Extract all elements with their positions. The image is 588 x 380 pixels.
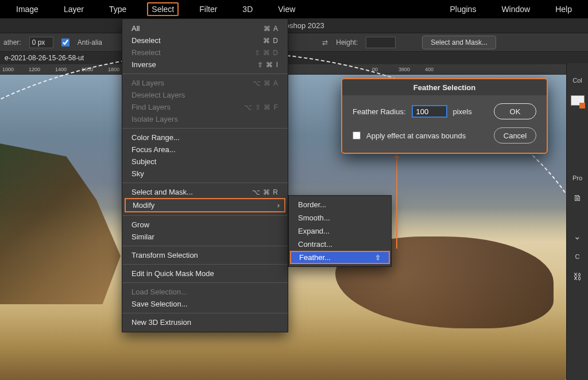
- annotation-arrow: [396, 158, 397, 249]
- cancel-button[interactable]: Cancel: [494, 127, 536, 144]
- menu-item-shortcut: ⌥ ⌘ A: [253, 79, 278, 87]
- color-panel-label[interactable]: Col: [572, 77, 582, 84]
- menu-item-label: Save Selection...: [131, 300, 188, 308]
- menu-item-reselect: Reselect⇧ ⌘ D: [122, 46, 288, 59]
- properties-panel-label[interactable]: Pro: [572, 175, 582, 181]
- menu-item-shortcut: ⇧ ⌘ D: [254, 49, 278, 57]
- menu-item-inverse[interactable]: Inverse⇧ ⌘ I: [122, 59, 288, 71]
- menu-item-save-selection[interactable]: Save Selection...: [122, 298, 288, 310]
- menu-item-shortcut: ⌥ ⇧ ⌘ F: [244, 103, 278, 111]
- menu-item-color-range[interactable]: Color Range...: [122, 131, 288, 144]
- menu-item-label: Deselect Layers: [131, 91, 185, 99]
- submenu-item-smooth[interactable]: Smooth...: [289, 211, 391, 224]
- menu-3d[interactable]: 3D: [238, 2, 257, 16]
- feather-radius-unit: pixels: [453, 107, 472, 116]
- height-label: Height:: [336, 38, 358, 46]
- antialias-label: Anti-alia: [78, 38, 102, 46]
- menu-item-select-and-mask[interactable]: Select and Mask...⌥ ⌘ R: [122, 186, 288, 198]
- height-input[interactable]: [366, 37, 396, 48]
- link-icon[interactable]: ⛓: [573, 272, 582, 281]
- document-name: e-2021-08-26-15-26-58-ut: [5, 54, 84, 62]
- menu-item-label: Inverse: [131, 60, 156, 69]
- menu-item-label: Subject: [131, 157, 156, 166]
- select-and-mask-button[interactable]: Select and Mask...: [422, 36, 496, 49]
- right-panel-strip: Col Pro 🗎 ⌄ C ⛓: [566, 63, 588, 380]
- submenu-item-label: Smooth...: [298, 214, 330, 222]
- feather-selection-dialog: Feather Selection Feather Radius: pixels…: [341, 78, 548, 154]
- menu-item-subject[interactable]: Subject: [122, 156, 288, 168]
- submenu-item-feather[interactable]: Feather...⇧: [290, 251, 390, 264]
- menu-item-label: Edit in Quick Mask Mode: [131, 269, 214, 278]
- menu-item-similar[interactable]: Similar: [122, 231, 288, 243]
- document-icon[interactable]: 🗎: [573, 193, 582, 203]
- menu-separator: [122, 73, 288, 74]
- menu-item-label: Reselect: [131, 48, 161, 57]
- options-bar: ather: Anti-alia ⇄ Height: Select and Ma…: [0, 33, 588, 52]
- submenu-item-label: Contract...: [298, 240, 332, 249]
- menu-item-shortcut: ⇧ ⌘ I: [257, 61, 278, 69]
- menu-separator: [122, 246, 288, 246]
- menu-separator: [122, 282, 288, 283]
- menu-item-label: Modify: [133, 201, 154, 210]
- channels-panel-label[interactable]: C: [575, 253, 580, 260]
- submenu-item-label: Expand...: [298, 227, 330, 235]
- menu-item-load-selection: Load Selection...: [122, 286, 288, 298]
- menu-view[interactable]: View: [273, 2, 300, 16]
- menu-window[interactable]: Window: [497, 2, 535, 16]
- menu-item-shortcut: ⌘ D: [263, 37, 278, 45]
- modify-submenu: Border...Smooth...Expand...Contract...Fe…: [288, 195, 392, 267]
- menu-item-find-layers: Find Layers⌥ ⇧ ⌘ F: [122, 101, 288, 113]
- menu-item-new-3d-extrusion[interactable]: New 3D Extrusion: [122, 316, 288, 328]
- menu-item-isolate-layers: Isolate Layers: [122, 113, 288, 125]
- antialias-checkbox[interactable]: [61, 38, 69, 46]
- feather-input[interactable]: [29, 37, 53, 48]
- menu-plugins[interactable]: Plugins: [445, 2, 481, 16]
- menu-separator: [122, 215, 288, 216]
- menu-item-transform-selection[interactable]: Transform Selection: [122, 249, 288, 261]
- horizontal-ruler: 10001200 14001600 1800 003800 400: [0, 64, 588, 75]
- submenu-item-border[interactable]: Border...: [289, 198, 391, 211]
- menu-item-all-layers: All Layers⌥ ⌘ A: [122, 77, 288, 89]
- menu-item-label: Find Layers: [131, 103, 171, 111]
- submenu-item-contract[interactable]: Contract...: [289, 238, 391, 251]
- menu-separator: [122, 128, 288, 129]
- submenu-item-shortcut: ⇧: [375, 254, 381, 262]
- menu-item-deselect[interactable]: Deselect⌘ D: [122, 34, 288, 46]
- menu-item-label: Similar: [131, 232, 154, 241]
- dialog-title: Feather Selection: [342, 79, 547, 95]
- feather-label: ather:: [3, 38, 21, 46]
- menu-filter[interactable]: Filter: [195, 2, 222, 16]
- swap-dimensions-icon[interactable]: ⇄: [322, 38, 328, 46]
- menu-item-shortcut: ⌘ A: [264, 25, 278, 33]
- menu-item-grow[interactable]: Grow: [122, 219, 288, 231]
- feather-radius-input[interactable]: [412, 105, 447, 118]
- menu-help[interactable]: Help: [551, 2, 577, 16]
- menu-item-label: New 3D Extrusion: [131, 318, 191, 327]
- menu-image[interactable]: Image: [11, 2, 43, 16]
- chevron-down-icon[interactable]: ⌄: [574, 231, 581, 242]
- submenu-item-expand[interactable]: Expand...: [289, 224, 391, 238]
- document-tab[interactable]: e-2021-08-26-15-26-58-ut: [0, 52, 588, 64]
- menu-item-sky[interactable]: Sky: [122, 168, 288, 180]
- menu-item-label: Focus Area...: [131, 145, 176, 154]
- menu-item-shortcut: ⌥ ⌘ R: [252, 188, 278, 196]
- menu-item-label: Select and Mask...: [131, 188, 193, 196]
- ok-button[interactable]: OK: [494, 103, 536, 119]
- apply-at-bounds-checkbox[interactable]: [353, 131, 361, 139]
- menu-item-edit-in-quick-mask-mode[interactable]: Edit in Quick Mask Mode: [122, 267, 288, 280]
- app-titlebar: e Photoshop 2023: [0, 18, 588, 33]
- menu-item-all[interactable]: All⌘ A: [122, 22, 288, 34]
- menu-select[interactable]: Select: [147, 2, 179, 16]
- menu-item-label: Grow: [131, 220, 149, 229]
- menubar: Image Layer Type Select Filter 3D View P…: [0, 0, 588, 18]
- menu-item-label: Sky: [131, 169, 144, 178]
- menu-item-focus-area[interactable]: Focus Area...: [122, 144, 288, 156]
- menu-item-label: Load Selection...: [131, 288, 187, 296]
- menu-item-label: Color Range...: [131, 133, 180, 142]
- menu-layer[interactable]: Layer: [59, 2, 88, 16]
- menu-type[interactable]: Type: [105, 2, 131, 16]
- apply-at-bounds-label: Apply effect at canvas bounds: [366, 131, 466, 140]
- menu-item-label: Isolate Layers: [131, 115, 178, 123]
- menu-item-modify[interactable]: Modify: [125, 198, 285, 212]
- color-swatch[interactable]: [571, 95, 585, 106]
